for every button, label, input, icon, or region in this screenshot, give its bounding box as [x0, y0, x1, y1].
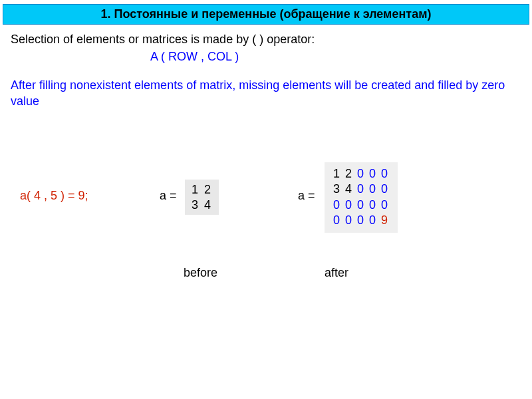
matrix-cell: 0 [343, 213, 355, 228]
label-before: before [184, 266, 217, 280]
example-area: a( 4 , 5 ) = 9; a = 1 2 3 4 a = 12000340… [0, 160, 532, 293]
matrix-cell: 0 [331, 198, 343, 213]
matrix-cell: 2 [343, 166, 355, 182]
matrix-cell: 1 [331, 166, 343, 182]
matrix-row: 1 2 [192, 182, 212, 198]
syntax-text: A ( ROW , COL ) [11, 49, 521, 65]
matrix-cell: 0 [343, 198, 355, 213]
label-after: after [325, 266, 348, 280]
matrix-cell: 0 [331, 213, 343, 228]
matrix-cell: 0 [355, 166, 367, 182]
matrix-cell: 0 [379, 182, 391, 197]
content-area: Selection of elements or matrices is mad… [0, 25, 532, 116]
matrix-cell: 0 [355, 213, 367, 228]
matrix-cell: 4 [343, 182, 355, 197]
a-equals-after: a = [298, 189, 315, 203]
matrix-cell: 9 [379, 213, 391, 228]
matrix-before: 1 2 3 4 [185, 180, 219, 215]
matrix-cell: 0 [355, 182, 367, 197]
slide-title: 1. Постоянные и переменные (обращение к … [3, 4, 529, 25]
matrix-row: 00009 [331, 213, 391, 228]
a-equals-before: a = [160, 189, 177, 203]
matrix-row: 00000 [331, 198, 391, 213]
matrix-cell: 0 [367, 166, 379, 182]
code-assignment: a( 4 , 5 ) = 9; [20, 189, 88, 203]
matrix-cell: 0 [379, 198, 391, 213]
matrix-row: 34000 [331, 182, 391, 197]
matrix-after: 12000340000000000009 [325, 162, 398, 233]
matrix-cell: 0 [355, 198, 367, 213]
matrix-row: 3 4 [192, 198, 212, 213]
note-text: After filling nonexistent elements of ma… [11, 77, 521, 110]
matrix-cell: 3 [331, 182, 343, 197]
matrix-cell: 0 [367, 213, 379, 228]
intro-text: Selection of elements or matrices is mad… [11, 31, 521, 47]
matrix-cell: 0 [367, 198, 379, 213]
matrix-row: 12000 [331, 166, 391, 182]
matrix-cell: 0 [379, 166, 391, 182]
matrix-cell: 0 [367, 182, 379, 197]
